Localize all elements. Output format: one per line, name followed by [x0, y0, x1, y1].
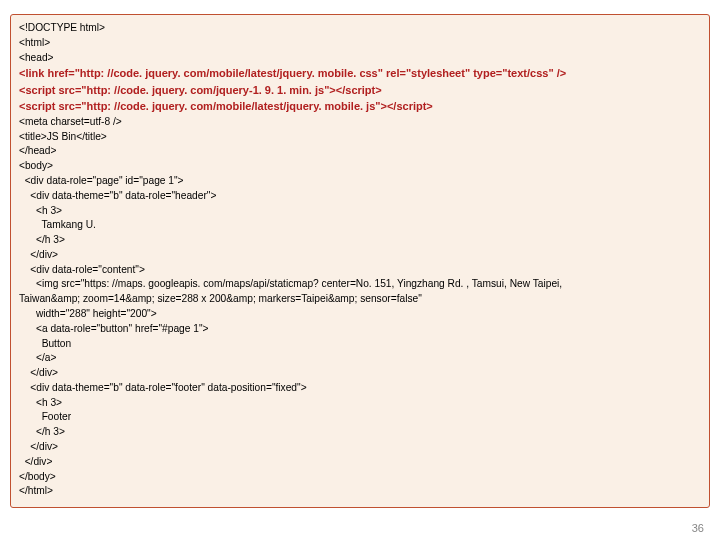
code-line: </div> [19, 455, 701, 470]
code-line: width="288" height="200"> [19, 307, 701, 322]
code-line: <img src="https: //maps. googleapis. com… [19, 277, 701, 292]
code-line: <html> [19, 36, 701, 51]
code-line: Taiwan&amp; zoom=14&amp; size=288 x 200&… [19, 292, 701, 307]
code-line: </html> [19, 484, 701, 499]
code-line-emphasis: <link href="http: //code. jquery. com/mo… [19, 65, 701, 82]
code-line: <meta charset=utf-8 /> [19, 115, 701, 130]
code-line: </div> [19, 248, 701, 263]
code-line: <div data-theme="b" data-role="header"> [19, 189, 701, 204]
code-block: <!DOCTYPE html> <html> <head> <link href… [10, 14, 710, 508]
code-line: <h 3> [19, 396, 701, 411]
code-line: <body> [19, 159, 701, 174]
code-line: <div data-role="page" id="page 1"> [19, 174, 701, 189]
code-line-emphasis: <script src="http: //code. jquery. com/m… [19, 98, 701, 115]
code-line: <div data-theme="b" data-role="footer" d… [19, 381, 701, 396]
code-line: <a data-role="button" href="#page 1"> [19, 322, 701, 337]
code-line: Button [19, 337, 701, 352]
code-line: </h 3> [19, 425, 701, 440]
code-line: <div data-role="content"> [19, 263, 701, 278]
code-line: </body> [19, 470, 701, 485]
code-line: <h 3> [19, 204, 701, 219]
code-line: </a> [19, 351, 701, 366]
slide-number: 36 [692, 522, 704, 534]
code-line: <head> [19, 51, 701, 66]
code-line: Footer [19, 410, 701, 425]
code-line: </div> [19, 366, 701, 381]
code-line-emphasis: <script src="http: //code. jquery. com/j… [19, 82, 701, 99]
code-line: <!DOCTYPE html> [19, 21, 701, 36]
code-line: <title>JS Bin</title> [19, 130, 701, 145]
code-line: </h 3> [19, 233, 701, 248]
code-line: Tamkang U. [19, 218, 701, 233]
code-line: </div> [19, 440, 701, 455]
code-line: </head> [19, 144, 701, 159]
